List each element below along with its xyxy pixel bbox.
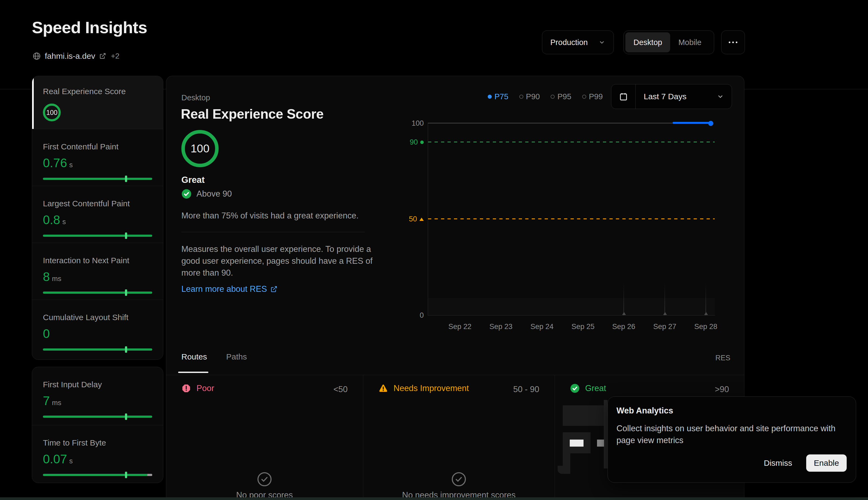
slider-gray-cap bbox=[147, 474, 152, 476]
page-title: Speed Insights bbox=[32, 18, 147, 37]
radio-empty-icon bbox=[519, 95, 523, 99]
x-axis-line bbox=[428, 315, 715, 316]
environment-label: Production bbox=[550, 38, 588, 47]
metric-value: 0.07s bbox=[43, 452, 152, 466]
metric-title: Interaction to Next Paint bbox=[43, 256, 152, 265]
calendar-button[interactable] bbox=[611, 84, 636, 109]
metric-marker bbox=[125, 232, 127, 239]
column-divider bbox=[363, 375, 363, 500]
metric-value: 8ms bbox=[43, 270, 152, 284]
poor-column-header: Poor bbox=[181, 384, 214, 393]
learn-more-link[interactable]: Learn more about RES bbox=[181, 284, 277, 294]
popup-title: Web Analytics bbox=[616, 406, 847, 416]
metric-title: First Contentful Paint bbox=[43, 142, 152, 151]
y-axis-line bbox=[428, 123, 428, 316]
panel-divider bbox=[181, 232, 365, 232]
sidebar-item-real-experience-score[interactable]: Real Experience Score 100 bbox=[32, 76, 163, 129]
popup-body: Collect insights on user behavior and si… bbox=[616, 423, 847, 446]
device-tab-desktop[interactable]: Desktop bbox=[625, 32, 670, 52]
check-circle-outline-icon bbox=[451, 471, 467, 488]
dismiss-button[interactable]: Dismiss bbox=[764, 458, 792, 468]
score-ring-large: 100 bbox=[181, 130, 219, 167]
metric-value: 0.8s bbox=[43, 213, 152, 227]
percentile-option-p90[interactable]: P90 bbox=[519, 92, 540, 101]
metric-scale-slider bbox=[43, 416, 152, 418]
extra-domains-badge[interactable]: +2 bbox=[111, 52, 120, 60]
percentile-selector: P75 P90 P95 P99 bbox=[488, 92, 603, 101]
sidebar-item-cumulative-layout-shift[interactable]: Cumulative Layout Shift 0 bbox=[32, 300, 163, 356]
threshold-row: Above 90 bbox=[181, 189, 232, 199]
x-tick: Sep 23 bbox=[489, 322, 513, 331]
metric-value: 7ms bbox=[43, 394, 152, 408]
panel-title: Real Experience Score bbox=[181, 106, 324, 122]
active-indicator bbox=[32, 76, 34, 129]
data-marker-line bbox=[665, 283, 665, 315]
metric-marker bbox=[125, 413, 127, 420]
x-tick: Sep 24 bbox=[530, 322, 554, 331]
globe-icon bbox=[32, 52, 41, 60]
sidebar-item-interaction-to-next-paint[interactable]: Interaction to Next Paint 8ms bbox=[32, 243, 163, 300]
skeleton-foot bbox=[558, 466, 570, 474]
x-tick: Sep 28 bbox=[694, 322, 717, 331]
sidebar-item-largest-contentful-paint[interactable]: Largest Contentful Paint 0.8s bbox=[32, 186, 163, 243]
data-marker-line bbox=[705, 283, 706, 315]
x-tick: Sep 26 bbox=[612, 322, 635, 331]
x-tick: Sep 25 bbox=[571, 322, 594, 331]
radio-empty-icon bbox=[550, 95, 555, 99]
ellipsis-icon bbox=[729, 42, 730, 43]
green-dot-icon bbox=[420, 140, 424, 144]
data-marker-tip bbox=[663, 312, 667, 315]
chevron-down-icon bbox=[716, 93, 724, 100]
needs-improvement-column-header: Needs Improvement bbox=[378, 384, 469, 393]
metric-scale-slider bbox=[43, 235, 152, 237]
sidebar-item-first-contentful-paint[interactable]: First Contentful Paint 0.76s bbox=[32, 129, 163, 186]
metric-title: Largest Contentful Paint bbox=[43, 199, 152, 208]
date-range-select[interactable]: Last 7 Days bbox=[636, 92, 732, 101]
metrics-card-primary: Real Experience Score 100 First Contentf… bbox=[32, 76, 163, 360]
percentile-option-p95[interactable]: P95 bbox=[550, 92, 571, 101]
sidebar-item-time-to-first-byte[interactable]: Time to First Byte 0.07s bbox=[32, 425, 163, 483]
orange-triangle-icon bbox=[420, 218, 424, 221]
data-marker-line bbox=[623, 283, 624, 315]
sidebar-item-first-input-delay[interactable]: First Input Delay 7ms bbox=[32, 367, 163, 425]
check-circle-outline-icon bbox=[257, 471, 272, 488]
res-column-label: RES bbox=[706, 354, 730, 362]
skeleton-highlight bbox=[570, 440, 583, 447]
data-marker-tip bbox=[704, 312, 708, 315]
poor-label: Poor bbox=[197, 384, 214, 393]
metric-value: 0.76s bbox=[43, 156, 152, 170]
percentile-option-p75[interactable]: P75 bbox=[488, 92, 509, 101]
metric-scale-slider bbox=[43, 178, 152, 180]
x-tick: Sep 27 bbox=[653, 322, 676, 331]
domain-name[interactable]: fahmi.is-a.dev bbox=[45, 52, 95, 61]
y-tick-100: 100 bbox=[402, 119, 424, 127]
rating-label: Great bbox=[181, 175, 204, 185]
metric-scale-slider bbox=[43, 292, 152, 294]
more-options-button[interactable] bbox=[721, 31, 745, 54]
learn-more-label: Learn more about RES bbox=[181, 284, 267, 294]
y-tick-0: 0 bbox=[402, 311, 424, 320]
domain-row[interactable]: fahmi.is-a.dev +2 bbox=[32, 52, 120, 61]
metric-scale-slider bbox=[43, 349, 152, 351]
chevron-down-icon bbox=[598, 39, 605, 46]
tab-paths[interactable]: Paths bbox=[226, 352, 247, 361]
reference-line-90 bbox=[428, 141, 715, 143]
date-range-label: Last 7 Days bbox=[644, 92, 686, 101]
metric-marker bbox=[125, 289, 127, 296]
chart-top-guide bbox=[428, 123, 672, 124]
metric-scale-slider bbox=[43, 474, 152, 476]
device-tab-mobile[interactable]: Mobile bbox=[670, 32, 709, 52]
percentile-option-p99[interactable]: P99 bbox=[582, 92, 603, 101]
metric-title: First Input Delay bbox=[43, 380, 152, 389]
calendar-icon bbox=[619, 92, 628, 101]
score-ring-small: 100 bbox=[43, 104, 61, 121]
data-marker-tip bbox=[622, 312, 626, 315]
environment-select[interactable]: Production bbox=[542, 31, 614, 54]
tab-routes[interactable]: Routes bbox=[181, 352, 207, 361]
metric-marker bbox=[125, 472, 127, 478]
x-tick: Sep 22 bbox=[448, 322, 471, 331]
check-circle-icon bbox=[181, 189, 192, 199]
radio-filled-icon bbox=[488, 95, 492, 99]
y-tick-90: 90 bbox=[402, 138, 424, 146]
enable-button[interactable]: Enable bbox=[806, 454, 847, 472]
